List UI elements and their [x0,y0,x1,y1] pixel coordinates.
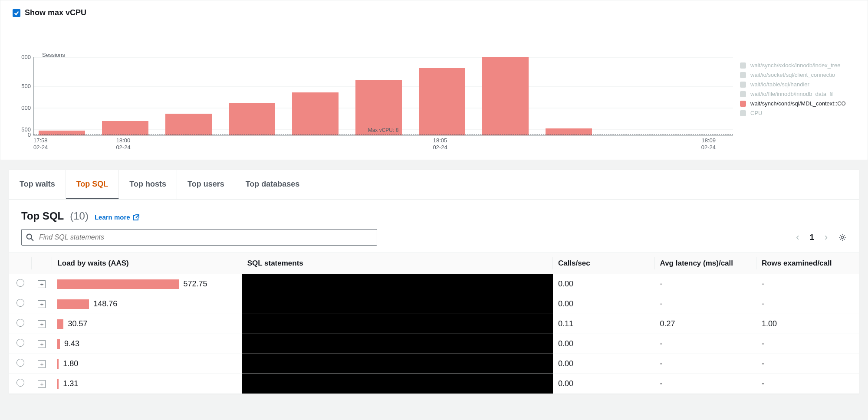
load-bar [57,299,89,309]
legend-item[interactable]: wait/io/file/innodb/innodb_data_fil [740,89,868,99]
svg-rect-17 [419,68,465,135]
rows-value: 1.00 [756,314,859,334]
col-stmt[interactable]: SQL statements [242,253,553,274]
table-row: +1.310.00-- [9,374,859,394]
calls-value: 0.00 [553,274,655,294]
sql-statement-redacted [242,274,553,294]
table-row: +9.430.00-- [9,334,859,354]
sessions-chart-panel: Show max vCPU Sessions 0 500 1,000 1,500 [0,0,868,160]
latency-value: - [655,354,756,374]
col-lat[interactable]: Avg latency (ms)/call [655,253,756,274]
svg-rect-13 [165,114,212,135]
prev-page[interactable]: ‹ [796,232,799,243]
search-input[interactable] [38,233,372,242]
col-load[interactable]: Load by waits (AAS) [52,253,242,274]
section-title: Top SQL [21,210,64,222]
sql-statement-redacted [242,354,553,374]
swatch-icon [740,91,746,97]
calls-value: 0.00 [553,334,655,354]
sql-statement-redacted [242,294,553,314]
rows-value: - [756,294,859,314]
table-row: +1.800.00-- [9,354,859,374]
top-dimension-panel: Top waits Top SQL Top hosts Top users To… [9,170,859,394]
load-bar [57,379,59,389]
tab-top-sql[interactable]: Top SQL [66,170,119,199]
svg-text:1,500: 1,500 [21,83,31,89]
load-value: 148.76 [93,299,117,308]
legend-item[interactable]: wait/io/socket/sql/client_connectio [740,70,868,80]
calls-value: 0.00 [553,294,655,314]
svg-rect-14 [229,103,275,135]
svg-rect-18 [482,57,529,135]
legend-item[interactable]: CPU [740,108,868,118]
swatch-icon [740,62,746,69]
calls-value: 0.00 [553,374,655,394]
svg-point-22 [841,236,843,238]
load-value: 1.80 [63,359,78,368]
load-cell: 1.80 [57,359,237,369]
swatch-icon [740,72,746,78]
expand-button[interactable]: + [38,340,46,348]
legend-item[interactable]: wait/synch/cond/sql/MDL_context::CO [740,99,868,108]
swatch-icon [740,82,746,88]
svg-rect-12 [102,121,148,135]
load-cell: 572.75 [57,279,237,289]
expand-button[interactable]: + [38,300,46,308]
latency-value: - [655,374,756,394]
sql-statement-redacted [242,334,553,354]
row-radio[interactable] [16,299,24,307]
tab-top-hosts[interactable]: Top hosts [119,170,177,199]
expand-button[interactable]: + [38,280,46,288]
expand-button[interactable]: + [38,360,46,368]
latency-value: - [655,274,756,294]
svg-text:2,000: 2,000 [21,54,31,60]
show-max-vcpu-label: Show max vCPU [25,8,86,17]
sql-statement-redacted [242,314,553,334]
svg-point-20 [27,234,32,239]
section-count: (10) [70,210,89,222]
load-cell: 1.31 [57,379,237,389]
svg-line-21 [31,239,33,241]
pager: ‹ 1 › [796,232,847,243]
row-radio[interactable] [16,339,24,347]
table-row: +572.750.00-- [9,274,859,294]
row-radio[interactable] [16,379,24,387]
load-cell: 148.76 [57,299,237,309]
external-link-icon [133,214,140,221]
rows-value: - [756,354,859,374]
load-value: 9.43 [64,339,79,348]
load-value: 1.31 [63,379,78,388]
legend-item[interactable]: wait/synch/sxlock/innodb/index_tree [740,61,868,70]
rows-value: - [756,334,859,354]
svg-text:500: 500 [21,126,31,133]
load-bar [57,279,179,289]
table-row: +148.760.00-- [9,294,859,314]
row-radio[interactable] [16,319,24,327]
tab-top-databases[interactable]: Top databases [235,170,310,199]
calls-value: 0.11 [553,314,655,334]
gear-icon[interactable] [838,233,847,242]
row-radio[interactable] [16,359,24,367]
tab-top-users[interactable]: Top users [177,170,235,199]
search-icon [26,233,34,241]
search-input-wrapper[interactable] [21,229,377,246]
legend-item[interactable]: wait/io/table/sql/handler [740,80,868,89]
tab-top-waits[interactable]: Top waits [9,170,66,199]
latency-value: - [655,294,756,314]
show-max-vcpu-checkbox[interactable] [13,9,20,17]
sessions-chart: Sessions 0 500 1,000 1,500 2,000 [21,23,733,149]
expand-button[interactable]: + [38,320,46,328]
svg-text:1,000: 1,000 [21,105,31,111]
chart-legend: wait/synch/sxlock/innodb/index_tree wait… [733,23,868,149]
col-calls[interactable]: Calls/sec [553,253,655,274]
load-cell: 30.57 [57,319,237,329]
expand-button[interactable]: + [38,380,46,388]
rows-value: - [756,374,859,394]
next-page[interactable]: › [825,232,828,243]
row-radio[interactable] [16,279,24,287]
learn-more-link[interactable]: Learn more [95,213,140,221]
svg-rect-15 [292,92,339,135]
sql-statement-redacted [242,374,553,394]
latency-value: 0.27 [655,314,756,334]
col-rows[interactable]: Rows examined/call [756,253,859,274]
